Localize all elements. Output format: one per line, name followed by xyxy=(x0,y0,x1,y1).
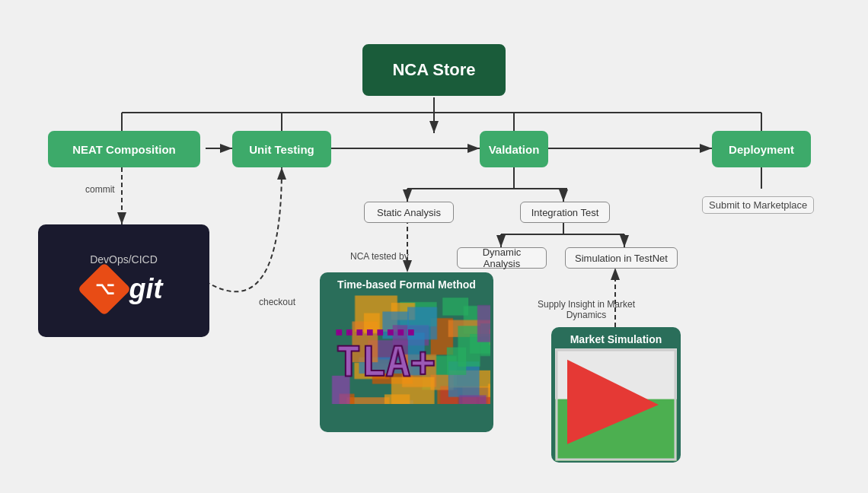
tla-label: Time-based Formal Method xyxy=(337,272,476,294)
static-analysis-label: Static Analysis xyxy=(377,207,441,218)
integration-test-node: Integration Test xyxy=(520,202,610,223)
diagram: NCA Store NEAT Composition Unit Testing … xyxy=(0,0,868,493)
validation-label: Valdation xyxy=(489,143,540,156)
integration-test-label: Integration Test xyxy=(531,207,599,218)
market-sim-label: Market Simulation xyxy=(570,327,662,348)
git-text-label: git xyxy=(129,273,163,305)
validation-node: Valdation xyxy=(480,131,548,167)
devops-node: DevOps/CICD ⌥ git xyxy=(38,224,209,337)
dynamic-analysis-node: Dynamic Analysis xyxy=(457,247,547,269)
simulation-testnet-label: Simulation in TestNet xyxy=(575,253,668,264)
neat-composition-node: NEAT Composition xyxy=(48,131,200,167)
neat-composition-label: NEAT Composition xyxy=(72,143,176,156)
tla-canvas xyxy=(323,294,490,404)
deployment-node: Deployment xyxy=(712,131,811,167)
commit-label: commit xyxy=(85,184,115,195)
market-canvas xyxy=(555,348,677,461)
supply-insight-label: Supply Insight in Market Dynamics xyxy=(525,299,647,320)
static-analysis-node: Static Analysis xyxy=(364,202,454,223)
unit-testing-label: Unit Testing xyxy=(249,143,314,156)
nca-store-label: NCA Store xyxy=(392,60,475,80)
git-logo: ⌥ git xyxy=(85,270,163,308)
checkout-label: checkout xyxy=(259,297,295,307)
submit-marketplace-label: Submit to Marketplace xyxy=(702,196,814,214)
nca-tested-by-label: NCA tested by xyxy=(350,251,409,262)
git-diamond-icon: ⌥ xyxy=(77,262,131,316)
nca-store-node: NCA Store xyxy=(362,44,506,96)
unit-testing-node: Unit Testing xyxy=(232,131,331,167)
deployment-label: Deployment xyxy=(729,143,794,156)
simulation-testnet-node: Simulation in TestNet xyxy=(565,247,678,269)
dynamic-analysis-label: Dynamic Analysis xyxy=(464,247,540,269)
git-branch-icon: ⌥ xyxy=(94,279,113,299)
tla-node: Time-based Formal Method xyxy=(320,272,493,432)
devops-label: DevOps/CICD xyxy=(90,253,158,266)
market-sim-node: Market Simulation xyxy=(551,327,681,463)
